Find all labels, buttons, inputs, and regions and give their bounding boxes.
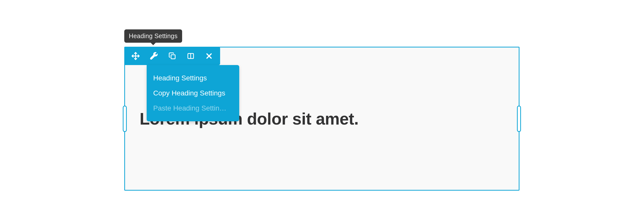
delete-button[interactable]	[200, 47, 218, 65]
columns-icon	[187, 52, 194, 60]
copy-icon	[169, 52, 176, 60]
tooltip-text: Heading Settings	[129, 32, 178, 39]
close-icon	[205, 52, 213, 60]
resize-handle-left[interactable]	[123, 105, 127, 132]
editor-stage: Lorem ipsum dolor sit amet. Heading Sett…	[0, 0, 644, 218]
move-button[interactable]	[126, 47, 145, 65]
wrench-icon	[150, 52, 158, 60]
settings-button[interactable]	[145, 47, 163, 65]
dropdown-item-paste-settings: Paste Heading Settin…	[147, 101, 239, 116]
dropdown-item-copy-settings[interactable]: Copy Heading Settings	[147, 86, 239, 101]
tooltip-heading-settings: Heading Settings	[124, 29, 182, 43]
resize-handle-right[interactable]	[517, 105, 521, 132]
duplicate-button[interactable]	[163, 47, 181, 65]
dropdown-item-heading-settings[interactable]: Heading Settings	[147, 71, 239, 86]
columns-button[interactable]	[181, 47, 200, 65]
settings-dropdown: Heading Settings Copy Heading Settings P…	[147, 65, 239, 121]
move-icon	[131, 52, 140, 60]
module-toolbar	[124, 47, 220, 65]
svg-rect-2	[171, 55, 175, 59]
selected-row[interactable]: Lorem ipsum dolor sit amet. Heading Sett…	[124, 47, 519, 191]
